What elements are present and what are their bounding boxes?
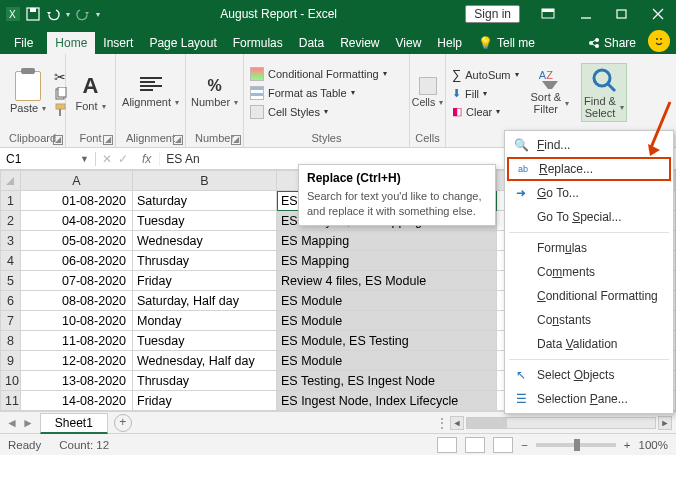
cells-button[interactable]: Cells xyxy=(408,75,447,110)
zoom-out[interactable]: − xyxy=(521,439,528,451)
cell[interactable]: ES Module xyxy=(277,311,497,331)
select-all-triangle[interactable] xyxy=(1,171,21,191)
undo-icon[interactable] xyxy=(46,7,60,21)
cell[interactable]: Thrusday xyxy=(133,251,277,271)
clear-button[interactable]: ◧Clear▾ xyxy=(452,105,519,118)
cell[interactable]: 13-08-2020 xyxy=(21,371,133,391)
number-button[interactable]: %Number xyxy=(187,75,242,110)
cell[interactable]: 04-08-2020 xyxy=(21,211,133,231)
row-header[interactable]: 11 xyxy=(1,391,21,411)
view-pagebreak-icon[interactable] xyxy=(493,437,513,453)
row-header[interactable]: 4 xyxy=(1,251,21,271)
menu-replace[interactable]: abReplace... xyxy=(507,157,671,181)
number-launcher[interactable]: ◢ xyxy=(231,135,241,145)
tab-help[interactable]: Help xyxy=(429,32,470,54)
cell[interactable]: 12-08-2020 xyxy=(21,351,133,371)
cell[interactable]: Monday xyxy=(133,311,277,331)
cell[interactable]: 08-08-2020 xyxy=(21,291,133,311)
row-header[interactable]: 8 xyxy=(1,331,21,351)
zoom-slider[interactable] xyxy=(536,443,616,447)
cell[interactable]: Friday xyxy=(133,391,277,411)
tab-view[interactable]: View xyxy=(388,32,430,54)
enter-formula-icon[interactable]: ✓ xyxy=(118,152,128,166)
alignment-button[interactable]: Alignment xyxy=(118,75,183,110)
maximize-button[interactable] xyxy=(604,0,640,28)
cell[interactable]: Friday xyxy=(133,271,277,291)
zoom-value[interactable]: 100% xyxy=(639,439,668,451)
font-launcher[interactable]: ◢ xyxy=(103,135,113,145)
menu-find[interactable]: 🔍Find... xyxy=(505,133,673,157)
cell[interactable]: ES Module xyxy=(277,291,497,311)
menu-goto[interactable]: ➜Go To... xyxy=(505,181,673,205)
cell[interactable]: 07-08-2020 xyxy=(21,271,133,291)
menu-constants[interactable]: Constants xyxy=(505,308,673,332)
row-header[interactable]: 1 xyxy=(1,191,21,211)
tab-review[interactable]: Review xyxy=(332,32,387,54)
menu-validation[interactable]: Data Validation xyxy=(505,332,673,356)
tab-home[interactable]: Home xyxy=(47,32,95,54)
hscroll-track[interactable] xyxy=(466,417,656,429)
row-header[interactable]: 3 xyxy=(1,231,21,251)
cell[interactable]: ES Ingest Node, Index Lifecycle xyxy=(277,391,497,411)
cell[interactable]: 06-08-2020 xyxy=(21,251,133,271)
fx-icon[interactable]: fx xyxy=(134,152,160,166)
name-box[interactable]: C1▼ xyxy=(0,152,96,166)
menu-select-objects[interactable]: ↖Select Objects xyxy=(505,363,673,387)
cell[interactable]: ES Mapping xyxy=(277,251,497,271)
hscroll-thumb[interactable] xyxy=(467,418,507,428)
close-button[interactable] xyxy=(640,0,676,28)
cell-styles-button[interactable]: Cell Styles▾ xyxy=(250,105,387,119)
sheet-tab-1[interactable]: Sheet1 xyxy=(40,413,108,434)
cell[interactable]: Wednesday, Half day xyxy=(133,351,277,371)
tab-page-layout[interactable]: Page Layout xyxy=(141,32,224,54)
tab-file[interactable]: File xyxy=(0,32,47,54)
cell[interactable]: Review 4 files, ES Module xyxy=(277,271,497,291)
cell[interactable]: ES Module, ES Testing xyxy=(277,331,497,351)
tab-formulas[interactable]: Formulas xyxy=(225,32,291,54)
cell[interactable]: 10-08-2020 xyxy=(21,311,133,331)
cell[interactable]: 14-08-2020 xyxy=(21,391,133,411)
sheet-next[interactable]: ► xyxy=(22,416,34,430)
zoom-in[interactable]: + xyxy=(624,439,631,451)
menu-formulas[interactable]: Formulas xyxy=(505,236,673,260)
row-header[interactable]: 2 xyxy=(1,211,21,231)
view-normal-icon[interactable] xyxy=(437,437,457,453)
sheet-prev[interactable]: ◄ xyxy=(6,416,18,430)
hscroll-right[interactable]: ► xyxy=(658,416,672,430)
redo-icon[interactable] xyxy=(76,7,90,21)
alignment-launcher[interactable]: ◢ xyxy=(173,135,183,145)
autosum-button[interactable]: ∑AutoSum▾ xyxy=(452,67,519,82)
row-header[interactable]: 7 xyxy=(1,311,21,331)
tab-tell-me[interactable]: 💡Tell me xyxy=(470,32,543,54)
tab-insert[interactable]: Insert xyxy=(95,32,141,54)
cell[interactable]: 05-08-2020 xyxy=(21,231,133,251)
cell[interactable]: ES Module xyxy=(277,351,497,371)
share-button[interactable]: Share xyxy=(580,32,644,54)
cell[interactable]: Tuesday xyxy=(133,331,277,351)
cancel-formula-icon[interactable]: ✕ xyxy=(102,152,112,166)
cell[interactable]: 01-08-2020 xyxy=(21,191,133,211)
signin-button[interactable]: Sign in xyxy=(465,5,520,23)
font-button[interactable]: AFont xyxy=(72,71,110,114)
new-sheet-button[interactable]: + xyxy=(114,414,132,432)
cell[interactable]: 11-08-2020 xyxy=(21,331,133,351)
cell[interactable]: Thrusday xyxy=(133,371,277,391)
fill-button[interactable]: ⬇Fill▾ xyxy=(452,87,519,100)
col-header-a[interactable]: A xyxy=(21,171,133,191)
row-header[interactable]: 10 xyxy=(1,371,21,391)
row-header[interactable]: 9 xyxy=(1,351,21,371)
menu-goto-special[interactable]: Go To Special... xyxy=(505,205,673,229)
cell[interactable]: ES Testing, ES Ingest Node xyxy=(277,371,497,391)
feedback-icon[interactable] xyxy=(648,30,670,52)
sort-filter-button[interactable]: AZ Sort & Filter xyxy=(527,68,574,117)
tab-data[interactable]: Data xyxy=(291,32,332,54)
find-select-button[interactable]: Find & Select xyxy=(581,63,627,122)
row-header[interactable]: 6 xyxy=(1,291,21,311)
cell[interactable]: Saturday xyxy=(133,191,277,211)
hscroll-left[interactable]: ◄ xyxy=(450,416,464,430)
menu-selection-pane[interactable]: ☰Selection Pane... xyxy=(505,387,673,411)
cell[interactable]: ES Mapping xyxy=(277,231,497,251)
minimize-button[interactable] xyxy=(568,0,604,28)
conditional-formatting-button[interactable]: Conditional Formatting▾ xyxy=(250,67,387,81)
cell[interactable]: Wednesday xyxy=(133,231,277,251)
